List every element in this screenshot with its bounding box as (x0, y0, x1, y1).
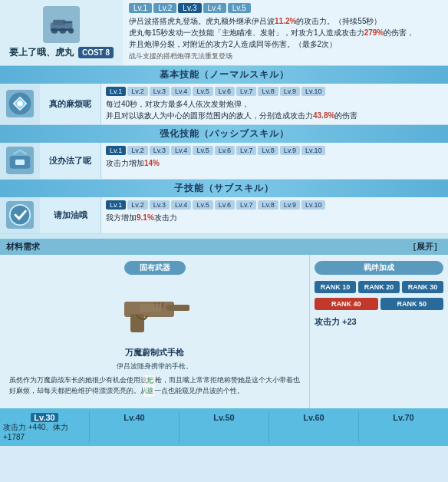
rank-grid: RANK 10 RANK 20 RANK 30 (315, 281, 443, 293)
sub-skill-content: Lv.1 Lv.2 Lv.3 Lv.4 Lv.5 Lv.6 Lv.7 Lv.8 … (101, 197, 448, 233)
bond-col-header: 羁绊加成 (315, 261, 443, 275)
cost-badge: COST 8 (78, 47, 114, 58)
weapon-lore: 虽然作为万魔蔚战车长的她很少有机会使用这把枪，而且嘴上常常拒绝称赞她是这个大小带… (6, 375, 303, 396)
weapon-image-area (109, 281, 201, 342)
basic-lv3[interactable]: Lv.3 (150, 87, 170, 96)
basic-lv9[interactable]: Lv.9 (280, 87, 300, 96)
sub-skill-levels: Lv.1 Lv.2 Lv.3 Lv.4 Lv.5 Lv.6 Lv.7 Lv.8 … (106, 200, 443, 210)
basic-lv8[interactable]: Lv.8 (258, 87, 278, 96)
sub-lv2[interactable]: Lv.2 (127, 200, 147, 210)
sub-lv6[interactable]: Lv.6 (215, 200, 235, 210)
basic-skill-row: 真的麻烦呢 Lv.1 Lv.2 Lv.3 Lv.4 Lv.5 Lv.6 Lv.7… (0, 84, 448, 125)
sub-lv1[interactable]: Lv.1 (106, 200, 126, 210)
top-level-row: Lv.1 Lv.2 Lv.3 Lv.4 Lv.5 (129, 3, 442, 13)
passive-lv2[interactable]: Lv.2 (127, 146, 147, 155)
passive-skill-content: Lv.1 Lv.2 Lv.3 Lv.4 Lv.5 Lv.6 Lv.7 Lv.8 … (101, 143, 448, 179)
svg-point-11 (10, 205, 30, 225)
basic-lv6[interactable]: Lv.6 (215, 87, 235, 96)
lv-50-label: Lv.50 (213, 413, 234, 422)
weapon-col: 固有武器 (0, 255, 310, 408)
passive-skill-name: 没办法了呢 (40, 143, 101, 179)
passive-lv9[interactable]: Lv.9 (280, 146, 300, 155)
sub-skill-name: 请加油哦 (40, 197, 101, 233)
watermark: 九游 (143, 375, 155, 397)
passive-skill-row: 没办法了呢 Lv.1 Lv.2 Lv.3 Lv.4 Lv.5 Lv.6 Lv.7… (0, 143, 448, 180)
materials-expand[interactable]: ［展开］ (408, 241, 442, 253)
basic-skill-header: 基本技能（ノーマルスキル） (0, 66, 448, 84)
lv-70-label: Lv.70 (393, 413, 413, 422)
passive-lv4[interactable]: Lv.4 (171, 146, 191, 155)
svg-rect-10 (15, 160, 25, 165)
passive-lv7[interactable]: Lv.7 (236, 146, 256, 155)
weapon-desc: 伊吕波随身携带的手枪。 (117, 362, 193, 371)
passive-lv8[interactable]: Lv.8 (258, 146, 278, 155)
rank-row2: RANK 40 RANK 50 (315, 298, 443, 310)
top-lv2[interactable]: Lv.2 (153, 3, 176, 13)
lv-item-30[interactable]: Lv.30 攻击力 +440、体力 +1787 (0, 411, 90, 443)
sub-lv8[interactable]: Lv.8 (258, 200, 278, 210)
sub-skill-header: 子技能（サブスキル） (0, 180, 448, 197)
basic-skill-name: 真的麻烦呢 (40, 84, 101, 124)
char-name: 要上了哦、虎丸 (9, 46, 74, 59)
top-desc: 伊吕波搭搭虎丸登场。虎丸额外继承伊吕波11.2%的攻击力。（持续55秒） 虎丸每… (129, 15, 442, 62)
passive-lv10[interactable]: Lv.10 (301, 146, 325, 155)
svg-rect-18 (140, 304, 161, 312)
basic-lv4[interactable]: Lv.4 (171, 87, 191, 96)
level-bar: Lv.30 攻击力 +440、体力 +1787 Lv.40 Lv.50 Lv.6… (0, 408, 448, 446)
basic-skill-levels: Lv.1 Lv.2 Lv.3 Lv.4 Lv.5 Lv.6 Lv.7 Lv.8 … (106, 87, 443, 96)
passive-lv6[interactable]: Lv.6 (215, 146, 235, 155)
passive-skill-icon (6, 147, 34, 174)
passive-skill-icon-col (0, 143, 40, 179)
sub-lv4[interactable]: Lv.4 (171, 200, 191, 210)
passive-lv1[interactable]: Lv.1 (106, 146, 126, 155)
rank-50[interactable]: RANK 50 (380, 298, 444, 310)
rank-20[interactable]: RANK 20 (358, 281, 400, 293)
bond-stat: 攻击力 +23 (315, 316, 443, 328)
materials-header: 材料需求 ［展开］ (0, 239, 448, 255)
lv-item-50[interactable]: Lv.50 (180, 411, 269, 443)
weapon-name: 万魔蔚制式手枪 (125, 347, 184, 358)
lv-60-label: Lv.60 (303, 413, 324, 422)
top-right: Lv.1 Lv.2 Lv.3 Lv.4 Lv.5 伊吕波搭搭虎丸登场。虎丸额外继… (123, 0, 448, 65)
svg-rect-13 (166, 305, 189, 311)
char-info-left: 要上了哦、虎丸 COST 8 (0, 0, 123, 65)
char-name-row: 要上了哦、虎丸 COST 8 (9, 46, 114, 59)
basic-lv2[interactable]: Lv.2 (127, 87, 147, 96)
top-lv1[interactable]: Lv.1 (129, 3, 152, 13)
sub-skill-row: 请加油哦 Lv.1 Lv.2 Lv.3 Lv.4 Lv.5 Lv.6 Lv.7 … (0, 197, 448, 234)
basic-skill-content: Lv.1 Lv.2 Lv.3 Lv.4 Lv.5 Lv.6 Lv.7 Lv.8 … (101, 84, 448, 124)
svg-rect-2 (63, 21, 73, 23)
rank-30[interactable]: RANK 30 (402, 281, 443, 293)
lv-30-label: Lv.30 (31, 413, 58, 422)
passive-lv3[interactable]: Lv.3 (150, 146, 170, 155)
top-lv4[interactable]: Lv.4 (203, 3, 226, 13)
sub-lv9[interactable]: Lv.9 (280, 200, 300, 210)
passive-skill-levels: Lv.1 Lv.2 Lv.3 Lv.4 Lv.5 Lv.6 Lv.7 Lv.8 … (106, 146, 443, 155)
sub-skill-icon (6, 201, 34, 229)
rank-10[interactable]: RANK 10 (315, 281, 356, 293)
basic-skill-icon (6, 90, 34, 117)
top-lv5[interactable]: Lv.5 (228, 3, 251, 13)
sub-lv10[interactable]: Lv.10 (301, 200, 325, 210)
sub-lv3[interactable]: Lv.3 (150, 200, 170, 210)
passive-skill-header: 强化技能（パッシブスキル） (0, 125, 448, 143)
materials-body: 固有武器 (0, 255, 448, 408)
lv-item-70[interactable]: Lv.70 (359, 411, 448, 443)
materials-section: 材料需求 ［展开］ 固有武器 (0, 239, 448, 408)
passive-lv5[interactable]: Lv.5 (193, 146, 212, 155)
top-lv3[interactable]: Lv.3 (178, 3, 201, 13)
basic-lv5[interactable]: Lv.5 (193, 87, 212, 96)
sub-lv5[interactable]: Lv.5 (193, 200, 212, 210)
basic-lv1[interactable]: Lv.1 (106, 87, 126, 96)
basic-lv7[interactable]: Lv.7 (236, 87, 256, 96)
rank-40[interactable]: RANK 40 (315, 298, 378, 310)
svg-rect-6 (51, 28, 72, 31)
basic-skill-desc: 每过40秒，对攻方最多4人依次发射炮弹， 并且对以该敌人为中心的圆形范围内的敌人… (106, 98, 443, 121)
sub-lv7[interactable]: Lv.7 (236, 200, 256, 210)
lv-item-60[interactable]: Lv.60 (269, 411, 359, 443)
lv-40-label: Lv.40 (124, 413, 144, 422)
basic-lv10[interactable]: Lv.10 (301, 87, 325, 96)
char-icon (43, 6, 80, 43)
lv-item-40[interactable]: Lv.40 (90, 411, 180, 443)
passive-skill-desc: 攻击力增加14% (106, 157, 443, 169)
